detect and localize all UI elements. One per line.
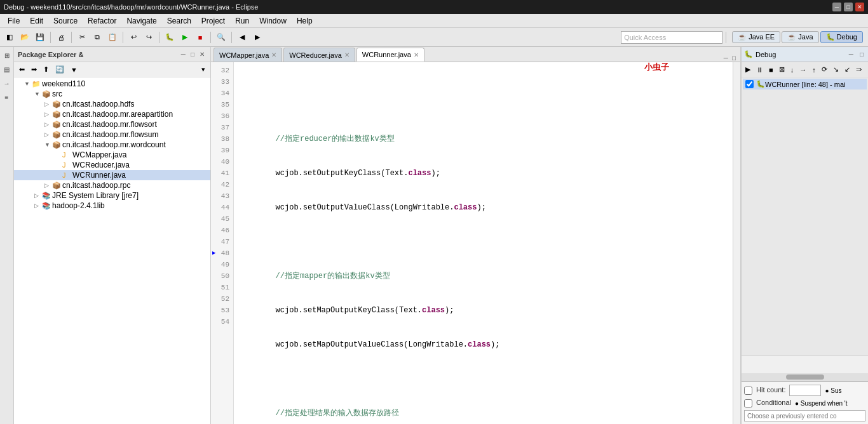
package-explorer-maximize[interactable]: □ [189, 51, 196, 58]
line-numbers: 32 33 34 35 36 37 38 39 40 41 42 43 44 4… [211, 62, 234, 424]
toolbar-run[interactable]: ▶ [178, 30, 192, 44]
tree-label-wcreducer: WCReducer.java [72, 161, 130, 169]
menu-help[interactable]: Help [292, 15, 318, 27]
tree-item-flowsort[interactable]: ▷ 📦 cn.itcast.hadoop.mr.flowsort [14, 119, 210, 129]
hit-count-checkbox[interactable] [744, 387, 752, 395]
hit-count-label: Hit count: [756, 386, 785, 394]
toolbar-prev[interactable]: ◀ [235, 30, 249, 44]
menu-search[interactable]: Search [162, 15, 196, 27]
debug-terminate[interactable]: ■ [766, 65, 776, 75]
code-line-36 [239, 236, 728, 248]
maximize-button[interactable]: □ [844, 3, 853, 11]
pkg-tb-up[interactable]: ⬆ [41, 64, 51, 75]
code-line-37: //指定mapper的输出数据kv类型 [239, 270, 728, 282]
left-icon-3[interactable]: → [1, 77, 13, 89]
debug-drop-to-frame[interactable]: ⟳ [819, 64, 830, 75]
debug-maximize[interactable]: □ [858, 51, 865, 58]
package-icon-5: 📦 [52, 141, 62, 149]
tree-item-wcmapper[interactable]: J WCMapper.java [14, 150, 210, 160]
debug-inst-step-into[interactable]: ↙ [842, 64, 853, 75]
editor-minimize[interactable]: ─ [722, 55, 730, 62]
debug-suspend[interactable]: ⏸ [754, 65, 766, 75]
toolbar-paste[interactable]: 📋 [105, 30, 119, 44]
toolbar-open[interactable]: 📂 [18, 30, 32, 44]
tree-item-wcreducer[interactable]: J WCReducer.java [14, 160, 210, 170]
menu-run[interactable]: Run [230, 15, 254, 27]
toolbar-copy[interactable]: ⧉ [90, 30, 104, 44]
tree-item-src[interactable]: ▼ 📦 src [14, 89, 210, 99]
debug-item-wcrunner[interactable]: 🐛 WCRunner [line: 48] - mai [743, 79, 867, 89]
left-icon-1[interactable]: ⊞ [1, 50, 13, 61]
pkg-tb-menu[interactable]: ▾ [199, 64, 208, 75]
tree-item-hadoop[interactable]: ▷ 📚 hadoop-2.4.1lib [14, 201, 210, 211]
tree-item-rpc[interactable]: ▷ 📦 cn.itcast.hadoop.rpc [14, 180, 210, 190]
debug-step-return[interactable]: ↑ [810, 65, 818, 75]
debug-step-into[interactable]: ↓ [788, 65, 797, 75]
menu-file[interactable]: File [3, 15, 25, 27]
perspective-debug[interactable]: 🐛 Debug [820, 31, 863, 43]
toolbar-next[interactable]: ▶ [250, 30, 264, 44]
perspective-javaee[interactable]: ☕ Java EE [732, 31, 780, 43]
debug-item-label: WCRunner [line: 48] - mai [765, 81, 846, 88]
hit-count-input[interactable] [789, 385, 821, 396]
close-button[interactable]: ✕ [855, 3, 864, 11]
left-icon-4[interactable]: ≡ [1, 91, 13, 103]
menu-navigate[interactable]: Navigate [121, 15, 161, 27]
editor-scrollbar[interactable] [733, 62, 740, 424]
toolbar-print[interactable]: 🖨 [54, 30, 68, 44]
debug-disconnect[interactable]: ⊠ [776, 64, 787, 75]
toolbar-redo[interactable]: ↪ [142, 30, 156, 44]
pkg-tb-fwd[interactable]: ➡ [29, 64, 39, 75]
tab-wcmapper[interactable]: WCMapper.java ✕ [214, 48, 282, 62]
left-icon-2[interactable]: ▤ [1, 63, 13, 75]
perspective-java[interactable]: ☕ Java [782, 31, 818, 43]
debug-resume[interactable]: ▶ [743, 64, 753, 75]
toolbar-cut[interactable]: ✂ [75, 30, 89, 44]
tree-item-wordcount[interactable]: ▼ 📦 cn.itcast.hadoop.mr.wordcount [14, 140, 210, 150]
menubar: File Edit Source Refactor Navigate Searc… [0, 14, 868, 28]
ln-38: 38 [211, 133, 233, 145]
toolbar-sep3 [123, 32, 123, 43]
toolbar-debug[interactable]: 🐛 [163, 30, 177, 44]
pkg-tb-sync[interactable]: 🔄 [53, 64, 67, 75]
tree-item-areapartition[interactable]: ▷ 📦 cn.itcast.hadoop.mr.areapartition [14, 109, 210, 119]
menu-edit[interactable]: Edit [25, 15, 48, 27]
debug-item-checkbox[interactable] [745, 80, 754, 88]
package-explorer-minimize[interactable]: ─ [179, 51, 187, 58]
conditional-checkbox[interactable] [744, 399, 752, 407]
code-editor: 32 33 34 35 36 37 38 39 40 41 42 43 44 4… [211, 62, 740, 424]
debug-use-step[interactable]: ↘ [831, 64, 841, 75]
tab-wcrunner[interactable]: WCRunner.java ✕ [356, 48, 424, 62]
toolbar-save[interactable]: 💾 [33, 30, 47, 44]
tree-item-hdfs[interactable]: ▷ 📦 cn.itcast.hadoop.hdfs [14, 99, 210, 109]
minimize-button[interactable]: ─ [832, 3, 841, 11]
debug-step-over[interactable]: → [797, 65, 809, 75]
toolbar-undo[interactable]: ↩ [126, 30, 140, 44]
tab-wcrunner-close[interactable]: ✕ [414, 51, 419, 58]
menu-project[interactable]: Project [196, 15, 230, 27]
toolbar-new[interactable]: ◧ [3, 30, 17, 44]
quick-access-input[interactable]: Quick Access [621, 31, 722, 44]
java-file-icon: J [62, 151, 72, 159]
pkg-tb-collapse[interactable]: ▼ [68, 65, 80, 75]
toolbar-stop[interactable]: ■ [193, 30, 207, 44]
tree-item-weekend110[interactable]: ▼ 📁 weekend110 [14, 79, 210, 89]
tree-item-jre[interactable]: ▷ 📚 JRE System Library [jre7] [14, 190, 210, 201]
tab-wcreducer-close[interactable]: ✕ [344, 51, 349, 58]
tab-wcreducer[interactable]: WCReducer.java ✕ [283, 48, 355, 62]
tree-item-flowsum[interactable]: ▷ 📦 cn.itcast.hadoop.mr.flowsum [14, 129, 210, 140]
tab-wcmapper-close[interactable]: ✕ [271, 51, 276, 58]
menu-source[interactable]: Source [48, 15, 83, 27]
package-explorer-close[interactable]: ✕ [198, 51, 207, 58]
code-content[interactable]: 小虫子 //指定reducer的输出数据kv类型 wcjob.setOutput… [234, 62, 733, 424]
menu-refactor[interactable]: Refactor [83, 15, 121, 27]
debug-inst-step-over[interactable]: ⇒ [853, 64, 864, 75]
debug-minimize[interactable]: ─ [847, 51, 855, 58]
menu-window[interactable]: Window [254, 15, 292, 27]
pkg-tb-back[interactable]: ⬅ [17, 64, 27, 75]
code-line-38: wcjob.setMapOutputKeyClass(Text.class); [239, 305, 728, 316]
editor-maximize[interactable]: □ [730, 55, 738, 62]
toolbar-search2[interactable]: 🔍 [214, 30, 228, 44]
tree-item-wcrunner[interactable]: J WCRunner.java [14, 170, 210, 180]
expression-input[interactable] [744, 410, 865, 421]
